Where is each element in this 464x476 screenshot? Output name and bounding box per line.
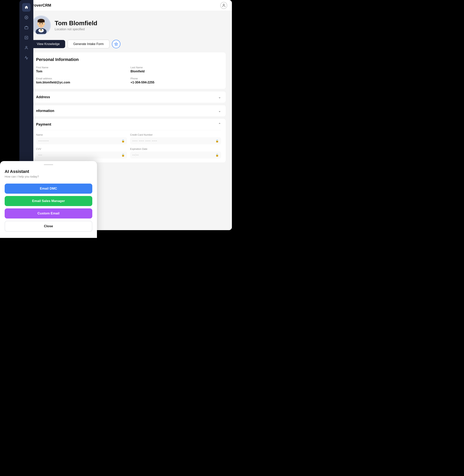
address-header[interactable]: Address ⌄ [31, 91, 226, 103]
svg-point-1 [26, 17, 27, 18]
email-field: Email address tom.blomfield@yc.com [36, 77, 127, 84]
email-value: tom.blomfield@yc.com [36, 81, 127, 84]
card-name-blurred: •••••••• [39, 139, 49, 142]
svg-point-17 [41, 24, 41, 25]
cvv-row: ••• 🔒 [36, 151, 127, 159]
close-button[interactable]: Close [5, 221, 92, 232]
additional-info-header[interactable]: nformation ⌄ [31, 105, 226, 116]
card-number-lock-icon: 🔒 [215, 139, 219, 142]
sidebar-item-home[interactable] [22, 3, 31, 12]
personal-info-card: Personal Information First Name Tom Last… [31, 52, 226, 89]
additional-info-chevron-down-icon: ⌄ [218, 109, 221, 113]
svg-point-7 [223, 4, 224, 5]
topbar: DroverCRM [25, 0, 232, 11]
magic-button[interactable] [112, 40, 120, 48]
phone-label: Phone [130, 77, 221, 80]
ai-assistant-modal: AI Assistant How can I help you today? E… [0, 161, 97, 238]
generate-intake-form-button[interactable]: Generate Intake Form [68, 40, 110, 49]
cvv-field: CVV ••• 🔒 [36, 148, 127, 159]
address-section: Address ⌄ [31, 91, 226, 103]
additional-info-label: nformation [36, 109, 54, 113]
profile-header: Tom Blomfield Location not specified [31, 16, 226, 35]
expiry-lock-icon: 🔒 [215, 153, 219, 157]
payment-chevron-up-icon: ⌃ [218, 122, 221, 127]
card-name-field: Name •••••••• 🔒 [36, 133, 127, 144]
last-name-label: Last Name [130, 66, 221, 69]
svg-rect-14 [38, 21, 45, 22]
first-name-field: First Name Tom [36, 66, 127, 73]
modal-buttons: Email DMC Email Sales Manager Custom Ema… [5, 184, 92, 232]
expiry-label: Expiration Date [130, 148, 221, 150]
profile-name: Tom Blomfield [55, 20, 97, 27]
first-name-value: Tom [36, 70, 127, 73]
last-name-value: Blomfield [130, 70, 221, 73]
payment-title: Payment [36, 122, 51, 127]
card-number-blurred: •••• •••• •••• •••• [132, 139, 157, 142]
cvv-label: CVV [36, 148, 127, 150]
email-dmc-button[interactable]: Email DMC [5, 184, 92, 194]
brand-name-bold: CRM [42, 3, 51, 7]
action-buttons: View Knowledge Generate Intake Form [31, 40, 226, 49]
expiry-field: Expiration Date ••/•• 🔒 [130, 148, 221, 159]
custom-email-button[interactable]: Custom Email [5, 208, 92, 218]
svg-rect-2 [25, 27, 28, 29]
ai-assistant-title: AI Assistant [5, 169, 92, 174]
sidebar-item-add[interactable] [22, 33, 31, 42]
profile-location: Location not specified [55, 28, 97, 31]
cvv-blurred: ••• [39, 153, 42, 157]
phone-value: +1-304-594-2255 [130, 81, 221, 84]
first-name-label: First Name [36, 66, 127, 69]
phone-field: Phone +1-304-594-2255 [130, 77, 221, 84]
avatar [31, 16, 51, 35]
card-number-row: •••• •••• •••• •••• 🔒 [130, 137, 221, 144]
additional-info-section: nformation ⌄ [31, 105, 226, 116]
address-chevron-down-icon: ⌄ [218, 95, 221, 99]
card-name-row: •••••••• 🔒 [36, 137, 127, 144]
ai-assistant-subtitle: How can I help you today? [5, 175, 92, 178]
sidebar-item-analytics[interactable] [22, 54, 31, 62]
expiry-blurred: ••/•• [132, 153, 139, 157]
expiry-row: ••/•• 🔒 [130, 151, 221, 159]
svg-point-0 [25, 16, 28, 19]
sidebar-item-contacts[interactable] [22, 43, 31, 52]
cvv-lock-icon: 🔒 [121, 153, 125, 157]
card-number-label: Credit Card Number [130, 133, 221, 136]
svg-point-15 [39, 23, 40, 24]
profile-button[interactable] [220, 2, 227, 9]
svg-point-18 [37, 23, 38, 25]
card-number-field: Credit Card Number •••• •••• •••• •••• 🔒 [130, 133, 221, 144]
card-name-lock-icon: 🔒 [121, 139, 125, 142]
payment-section: Payment ⌃ Name •••••••• 🔒 Credit Card Nu… [31, 119, 226, 162]
card-name-label: Name [36, 133, 127, 136]
sidebar-item-briefcase[interactable] [22, 23, 31, 32]
payment-header[interactable]: Payment ⌃ [36, 119, 221, 130]
address-label: Address [36, 95, 50, 99]
svg-point-19 [44, 23, 45, 25]
svg-point-16 [42, 23, 43, 24]
profile-info: Tom Blomfield Location not specified [55, 20, 97, 31]
view-knowledge-button[interactable]: View Knowledge [31, 40, 65, 48]
personal-info-grid: First Name Tom Last Name Blomfield Email… [36, 66, 221, 84]
email-sales-manager-button[interactable]: Email Sales Manager [5, 196, 92, 206]
payment-grid: Name •••••••• 🔒 Credit Card Number •••• … [36, 133, 221, 159]
personal-info-title: Personal Information [36, 57, 221, 62]
last-name-field: Last Name Blomfield [130, 66, 221, 73]
modal-drag-handle[interactable] [44, 164, 53, 165]
svg-point-6 [26, 46, 27, 48]
email-label: Email address [36, 77, 127, 80]
sidebar-item-compass[interactable] [22, 13, 31, 22]
